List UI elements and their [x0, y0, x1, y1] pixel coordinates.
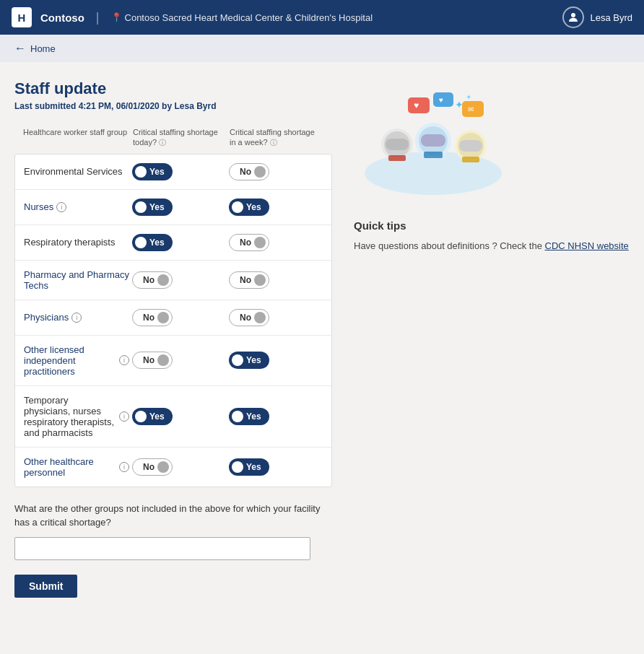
staff-label-other-personnel: Other healthcare personnel i — [24, 456, 129, 478]
svg-rect-8 — [424, 152, 443, 158]
toggle-week-btn-other-personnel[interactable]: Yes — [229, 458, 269, 476]
left-panel: Staff update Last submitted 4:21 PM, 06/… — [14, 79, 332, 635]
toggle-week-btn-pharmacy[interactable]: No — [229, 271, 269, 289]
toggle-today-btn-nurses[interactable]: Yes — [132, 199, 173, 216]
facility-name: 📍 Contoso Sacred Heart Medical Center & … — [111, 12, 373, 23]
toggle-today-env-services: Yes — [132, 163, 226, 180]
main-content: Staff update Last submitted 4:21 PM, 06/… — [0, 62, 644, 653]
toggle-week-nurses: Yes — [229, 199, 323, 216]
toggle-today-nurses: Yes — [132, 199, 226, 216]
toggle-today-btn-env-services[interactable]: Yes — [132, 163, 173, 180]
info-icon-nurses[interactable]: i — [56, 202, 66, 212]
toggle-today-btn-licensed[interactable]: No — [132, 352, 173, 369]
question-text: What are the other groups not included i… — [14, 502, 332, 530]
staff-label-env-services: Environmental Services — [24, 166, 129, 177]
info-icon-other-personnel[interactable]: i — [119, 462, 129, 472]
toggle-today-btn-respiratory[interactable]: Yes — [132, 234, 173, 251]
top-nav: H Contoso | 📍 Contoso Sacred Heart Medic… — [0, 0, 644, 35]
col2-info-icon[interactable]: ⓘ — [159, 139, 166, 147]
staff-row-physicians: Physicians i No No — [15, 300, 331, 336]
staff-table: Environmental Services Yes No Nurses i — [14, 154, 332, 487]
svg-rect-20 — [433, 92, 453, 107]
home-link[interactable]: Home — [30, 43, 56, 54]
toggle-today-licensed: No — [132, 352, 226, 369]
toggle-today-pharmacy: No — [132, 271, 226, 289]
location-icon: 📍 — [111, 12, 122, 22]
user-avatar — [562, 6, 584, 28]
svg-text:✉: ✉ — [468, 105, 474, 113]
info-icon-physicians[interactable]: i — [71, 313, 82, 323]
quick-tips-title: Quick tips — [354, 219, 630, 232]
illustration: ✦ ✦ ♥ ✉ ♥ — [354, 87, 513, 202]
question-section: What are the other groups not included i… — [14, 502, 332, 560]
critical-shortage-input[interactable] — [14, 537, 310, 560]
toggle-today-respiratory: Yes — [132, 234, 226, 251]
quick-tips-text: Have questions about definitions ? Check… — [354, 239, 630, 253]
page-title: Staff update — [14, 79, 332, 98]
info-icon-temporary[interactable]: i — [119, 411, 129, 422]
svg-text:♥: ♥ — [439, 96, 443, 104]
svg-point-0 — [571, 13, 575, 17]
toggle-week-other-personnel: Yes — [229, 458, 323, 476]
toggle-week-btn-respiratory[interactable]: No — [229, 234, 269, 251]
staff-label-temporary: Temporary physicians, nurses respiratory… — [24, 395, 129, 438]
svg-rect-5 — [386, 139, 409, 150]
right-panel: ✦ ✦ ♥ ✉ ♥ Quick tips Have questions abou… — [354, 79, 630, 635]
toggle-today-btn-other-personnel[interactable]: No — [132, 458, 173, 476]
table-header: Healthcare worker staff group Critical s… — [14, 123, 332, 152]
toggle-today-other-personnel: No — [132, 458, 226, 476]
col3-info-icon[interactable]: ⓘ — [270, 139, 277, 147]
submit-button[interactable]: Submit — [14, 575, 77, 598]
staff-label-respiratory: Respiratory therapists — [24, 237, 129, 248]
toggle-week-btn-nurses[interactable]: Yes — [229, 199, 269, 216]
toggle-week-env-services: No — [229, 163, 323, 180]
last-submitted-text: Last submitted 4:21 PM, 06/01/2020 by Le… — [14, 101, 332, 111]
staff-label-nurses: Nurses i — [24, 201, 129, 212]
toggle-today-btn-pharmacy[interactable]: No — [132, 271, 173, 289]
nav-divider: | — [96, 10, 100, 25]
submitted-time: 4:21 PM, 06/01/2020 — [79, 101, 160, 111]
staff-row-temporary: Temporary physicians, nurses respiratory… — [15, 386, 331, 448]
staff-row-other-personnel: Other healthcare personnel i No Yes — [15, 448, 331, 487]
app-name: Contoso — [40, 12, 84, 24]
staff-row-env-services: Environmental Services Yes No — [15, 154, 331, 190]
staff-row-respiratory: Respiratory therapists Yes No — [15, 225, 331, 261]
toggle-week-btn-temporary[interactable]: Yes — [229, 408, 269, 425]
col1-header: Healthcare worker staff group — [23, 127, 130, 148]
toggle-week-temporary: Yes — [229, 408, 323, 425]
toggle-today-physicians: No — [132, 309, 226, 326]
staff-label-licensed: Other licensed independent practitioners… — [24, 344, 129, 377]
svg-rect-9 — [421, 134, 445, 147]
toggle-week-physicians: No — [229, 309, 323, 326]
svg-rect-4 — [388, 155, 406, 161]
staff-label-pharmacy: Pharmacy and Pharmacy Techs — [24, 269, 129, 291]
back-button[interactable]: ← — [14, 42, 26, 55]
col3-header: Critical staffing shortage in a week? ⓘ — [230, 127, 323, 148]
info-icon-licensed[interactable]: i — [119, 355, 129, 365]
user-name: Lesa Byrd — [590, 12, 632, 23]
toggle-week-licensed: Yes — [229, 352, 323, 369]
svg-rect-13 — [459, 140, 482, 152]
app-logo: H — [12, 7, 32, 27]
toggle-week-btn-physicians[interactable]: No — [229, 309, 269, 326]
toggle-today-btn-temporary[interactable]: Yes — [132, 408, 173, 425]
staff-label-physicians: Physicians i — [24, 312, 129, 323]
col2-header: Critical staffing shortage today? ⓘ — [133, 127, 227, 148]
staff-row-licensed: Other licensed independent practitioners… — [15, 336, 331, 386]
toggle-week-respiratory: No — [229, 234, 323, 251]
cdc-nhsn-link[interactable]: CDC NHSN website — [545, 240, 629, 251]
svg-rect-12 — [462, 157, 479, 162]
svg-text:♥: ♥ — [414, 100, 419, 110]
toggle-week-pharmacy: No — [229, 271, 323, 289]
breadcrumb-bar: ← Home — [0, 35, 644, 62]
toggle-week-btn-env-services[interactable]: No — [229, 163, 269, 180]
toggle-today-temporary: Yes — [132, 408, 226, 425]
svg-text:✦: ✦ — [466, 93, 471, 101]
staff-row-pharmacy: Pharmacy and Pharmacy Techs No No — [15, 261, 331, 300]
toggle-today-btn-physicians[interactable]: No — [132, 309, 173, 326]
staff-row-nurses: Nurses i Yes Yes — [15, 190, 331, 225]
toggle-week-btn-licensed[interactable]: Yes — [229, 352, 269, 369]
